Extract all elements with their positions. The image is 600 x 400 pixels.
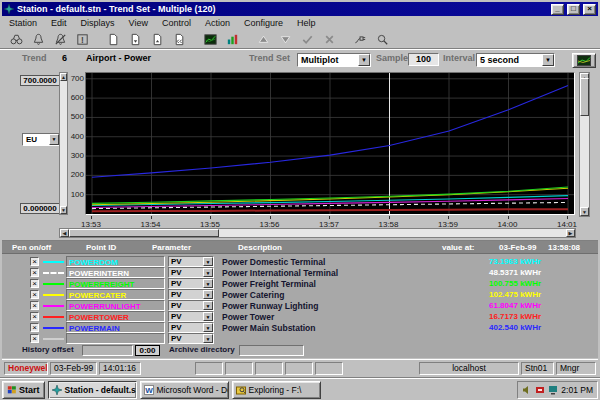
start-button[interactable]: Start bbox=[2, 381, 45, 399]
menu-item-control[interactable]: Control bbox=[155, 18, 198, 28]
page-down-icon[interactable] bbox=[126, 31, 145, 47]
group-display-icon[interactable] bbox=[223, 31, 242, 47]
chevron-down-icon[interactable]: ▼ bbox=[203, 312, 213, 321]
maximize-button[interactable]: □ bbox=[567, 4, 580, 15]
pen-checkbox[interactable]: × bbox=[30, 290, 39, 299]
page-up-icon[interactable] bbox=[148, 31, 167, 47]
pen-checkbox[interactable]: × bbox=[30, 312, 39, 321]
y-tick-label: 200 bbox=[64, 170, 84, 179]
toolbar-separator bbox=[95, 31, 101, 47]
pen-checkbox[interactable]: × bbox=[30, 301, 39, 310]
scroll-down-icon[interactable]: ▼ bbox=[580, 207, 589, 216]
parameter-select[interactable]: PV▼ bbox=[168, 300, 214, 311]
chevron-down-icon[interactable]: ▼ bbox=[203, 268, 213, 277]
trend-set-select[interactable]: Multiplot ▼ bbox=[297, 53, 371, 67]
menu-item-view[interactable]: View bbox=[122, 18, 155, 28]
menu-item-edit[interactable]: Edit bbox=[44, 18, 74, 28]
scrollbar-thumb[interactable] bbox=[580, 78, 589, 116]
menu-item-configure[interactable]: Configure bbox=[237, 18, 290, 28]
plot-vertical-scrollbar[interactable]: ▲ ▼ bbox=[579, 72, 590, 217]
interval-select[interactable]: 5 second ▼ bbox=[476, 53, 555, 67]
page-icon[interactable] bbox=[104, 31, 123, 47]
station-status-tray-icon[interactable] bbox=[548, 385, 558, 395]
chevron-down-icon[interactable]: ▼ bbox=[542, 54, 554, 66]
trend-plot[interactable] bbox=[85, 72, 575, 215]
taskbar-task-1[interactable]: Station - default.stn -... bbox=[48, 381, 137, 399]
accept-icon[interactable] bbox=[298, 31, 317, 47]
point-id-field[interactable]: POWERMAIN bbox=[66, 322, 165, 333]
parameter-select[interactable]: PV▼ bbox=[168, 289, 214, 300]
title-bar[interactable]: Station - default.stn - Trend Set - Mult… bbox=[2, 2, 598, 16]
menu-item-help[interactable]: Help bbox=[290, 18, 323, 28]
menu-bar: StationEditDisplaysViewControlActionConf… bbox=[2, 17, 598, 29]
speaker-icon[interactable] bbox=[522, 385, 532, 395]
history-offset-field[interactable] bbox=[82, 345, 133, 356]
minimize-button[interactable]: _ bbox=[551, 4, 564, 15]
taskbar-task-2[interactable]: WMicrosoft Word - Document5 bbox=[140, 381, 229, 399]
connect-icon[interactable] bbox=[351, 31, 370, 47]
eu-select[interactable]: EU ▼ bbox=[22, 133, 60, 146]
scrollbar-thumb[interactable] bbox=[69, 229, 219, 237]
bell-icon[interactable] bbox=[29, 31, 48, 47]
pen-line-sample bbox=[43, 316, 64, 318]
alarm-tray-icon[interactable] bbox=[535, 385, 545, 395]
menu-item-displays[interactable]: Displays bbox=[74, 18, 122, 28]
raise-icon[interactable] bbox=[254, 31, 273, 47]
chevron-down-icon[interactable]: ▼ bbox=[203, 290, 213, 299]
y-tick-label: 100 bbox=[64, 190, 84, 199]
parameter-select[interactable]: PV▼ bbox=[168, 311, 214, 322]
trend-popout-button[interactable] bbox=[572, 53, 596, 68]
chevron-down-icon[interactable]: ▼ bbox=[49, 134, 59, 145]
chevron-down-icon[interactable]: ▼ bbox=[203, 301, 213, 310]
point-id-field[interactable]: POWERDOM bbox=[66, 256, 165, 267]
point-id-field[interactable]: POWERRUNLIGHT bbox=[66, 300, 165, 311]
chevron-down-icon[interactable]: ▼ bbox=[203, 257, 213, 266]
parameter-select[interactable]: PV▼ bbox=[168, 333, 214, 344]
pen-checkbox[interactable]: × bbox=[30, 279, 39, 288]
archive-directory-field[interactable] bbox=[239, 345, 304, 356]
bell-disabled-icon[interactable] bbox=[51, 31, 70, 47]
parameter-select[interactable]: PV▼ bbox=[168, 278, 214, 289]
chevron-down-icon[interactable]: ▼ bbox=[203, 279, 213, 288]
scroll-right-icon[interactable]: ▶ bbox=[566, 229, 575, 237]
pen-checkbox[interactable]: × bbox=[30, 257, 39, 266]
menu-item-action[interactable]: Action bbox=[198, 18, 237, 28]
chevron-down-icon[interactable]: ▼ bbox=[203, 323, 213, 332]
y-axis-min-field[interactable]: 0.000000 bbox=[20, 203, 60, 214]
status-indicator bbox=[315, 362, 343, 375]
pen-line-sample bbox=[43, 261, 64, 263]
pen-checkbox[interactable]: × bbox=[30, 323, 39, 332]
taskbar-task-3[interactable]: Exploring - F:\ bbox=[232, 381, 321, 399]
alarm-message-icon[interactable]: ! bbox=[73, 31, 92, 47]
point-id-field[interactable]: POWERTOWER bbox=[66, 311, 165, 322]
point-id-field[interactable]: POWERINTERN bbox=[66, 267, 165, 278]
history-offset-value[interactable]: 0:00 bbox=[135, 345, 160, 356]
parameter-select[interactable]: PV▼ bbox=[168, 256, 214, 267]
menu-item-station[interactable]: Station bbox=[2, 18, 44, 28]
find-icon[interactable] bbox=[373, 31, 392, 47]
chevron-down-icon[interactable]: ▼ bbox=[203, 334, 213, 343]
binoculars-icon[interactable] bbox=[7, 31, 26, 47]
y-tick-label: 300 bbox=[64, 151, 84, 160]
point-id-field[interactable]: POWERFREIGHT bbox=[66, 278, 165, 289]
scroll-down-icon[interactable]: ▼ bbox=[60, 206, 67, 214]
point-id-field[interactable] bbox=[66, 333, 165, 344]
pen-checkbox[interactable]: × bbox=[30, 268, 39, 277]
parameter-select[interactable]: PV▼ bbox=[168, 267, 214, 278]
parameter-select[interactable]: PV▼ bbox=[168, 322, 214, 333]
point-id-field[interactable]: POWERCATER bbox=[66, 289, 165, 300]
chevron-down-icon[interactable]: ▼ bbox=[358, 54, 370, 66]
y-axis-max-field[interactable]: 700.0000 bbox=[20, 75, 60, 86]
y-tick-label: 600 bbox=[64, 93, 84, 102]
history-offset-label: History offset bbox=[22, 345, 74, 354]
samples-input[interactable]: 100 bbox=[408, 53, 439, 66]
page-fast-icon[interactable] bbox=[170, 31, 189, 47]
trend-display-icon[interactable] bbox=[201, 31, 220, 47]
scroll-left-icon[interactable]: ◀ bbox=[60, 229, 69, 237]
lower-icon[interactable] bbox=[276, 31, 295, 47]
close-button[interactable]: × bbox=[583, 4, 596, 15]
pen-checkbox[interactable]: × bbox=[30, 334, 39, 343]
point-value: 100.755 kWHr bbox=[489, 279, 575, 288]
cancel-icon[interactable] bbox=[320, 31, 339, 47]
plot-horizontal-scrollbar[interactable]: ◀ ▶ bbox=[59, 228, 576, 238]
